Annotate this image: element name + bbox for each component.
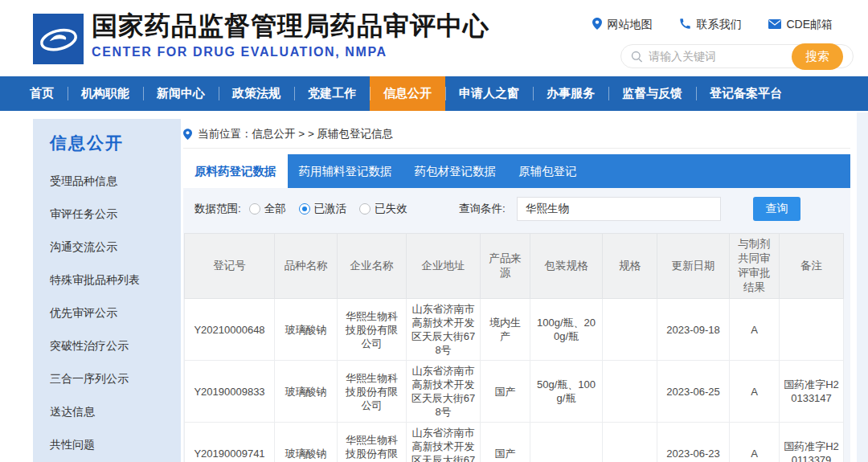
cell-spec bbox=[603, 423, 657, 462]
radio-expired-circle bbox=[359, 203, 371, 215]
sidebar-item-delivery-info[interactable]: 送达信息 bbox=[50, 395, 181, 428]
mailbox-link-label: CDE邮箱 bbox=[786, 18, 833, 32]
table-row: Y20190009833 玻璃酸钠 华熙生物科技股份有限公司 山东省济南市高新技… bbox=[185, 361, 844, 423]
site-header: 国家药品监督管理局药品审评中心 CENTER FOR DRUG EVALUATI… bbox=[0, 0, 868, 76]
nav-item-functions[interactable]: 机构职能 bbox=[68, 76, 143, 111]
col-remark: 备注 bbox=[780, 234, 844, 299]
nav-item-applicant-window[interactable]: 申请人之窗 bbox=[445, 76, 533, 111]
sidebar-item-communication[interactable]: 沟通交流公示 bbox=[50, 231, 181, 264]
cell-company-name: 华熙生物科技股份有限公司 bbox=[338, 299, 407, 361]
breadcrumb-pin-icon bbox=[183, 129, 192, 140]
nav-item-info-disclosure[interactable]: 信息公开 bbox=[370, 76, 445, 111]
header-search-bar: 搜索 bbox=[620, 44, 854, 68]
location-pin-icon bbox=[592, 18, 602, 32]
data-scope-group: 数据范围: 全部 已激活 已失效 bbox=[194, 196, 420, 222]
search-button[interactable]: 搜索 bbox=[792, 43, 843, 70]
cell-product-name: 玻璃酸钠 bbox=[275, 423, 338, 462]
main-nav: 首页 机构职能 新闻中心 政策法规 党建工作 信息公开 申请人之窗 办事服务 监… bbox=[0, 76, 868, 111]
col-product-source: 产品来源 bbox=[481, 234, 530, 299]
sidebar-item-breakthrough-therapy[interactable]: 突破性治疗公示 bbox=[50, 329, 181, 362]
page: 国家药品监督管理局药品审评中心 CENTER FOR DRUG EVALUATI… bbox=[0, 0, 868, 462]
sidebar-title: 信息公开 bbox=[50, 132, 181, 154]
cell-company-name: 华熙生物科技股份有限公司 bbox=[338, 423, 407, 462]
sidebar-item-review-tasks[interactable]: 审评任务公示 bbox=[50, 198, 181, 231]
nav-item-home[interactable]: 首页 bbox=[16, 76, 68, 111]
tab-raw-aux-pack-registration[interactable]: 原辅包登记 bbox=[507, 154, 588, 188]
table-row: Y20190009741 玻璃酸钠 华熙生物科技股份有限公司 山东省济南市高新技… bbox=[185, 423, 844, 462]
sitemap-link-label: 网站地图 bbox=[607, 18, 652, 32]
query-button[interactable]: 查询 bbox=[753, 197, 800, 221]
cell-product-source: 国产 bbox=[481, 423, 530, 462]
radio-all-circle bbox=[249, 203, 260, 215]
swan-logo-icon bbox=[38, 20, 80, 59]
breadcrumb-divider bbox=[183, 148, 850, 149]
query-condition-label: 查询条件: bbox=[459, 196, 506, 222]
cell-company-name: 华熙生物科技股份有限公司 bbox=[338, 361, 407, 423]
sidebar-item-accepted-products[interactable]: 受理品种信息 bbox=[50, 165, 181, 198]
cell-product-source: 境内生产 bbox=[481, 299, 530, 361]
tab-excipient-registration[interactable]: 药用辅料登记数据 bbox=[288, 154, 403, 188]
site-subtitle: CENTER FOR DRUG EVALUATION, NMPA bbox=[92, 45, 489, 59]
radio-activated[interactable]: 已激活 bbox=[299, 202, 347, 216]
site-title-block: 国家药品监督管理局药品审评中心 CENTER FOR DRUG EVALUATI… bbox=[92, 10, 489, 59]
nav-item-services[interactable]: 办事服务 bbox=[533, 76, 608, 111]
cell-package-spec bbox=[530, 423, 603, 462]
contact-link-label: 联系我们 bbox=[696, 18, 741, 32]
nav-item-policies[interactable]: 政策法规 bbox=[219, 76, 294, 111]
cell-company-address: 山东省济南市高新技术开发区天辰大街678号 bbox=[407, 299, 481, 361]
col-joint-review-result: 与制剂共同审评审批结果 bbox=[730, 234, 780, 299]
radio-activated-label: 已激活 bbox=[314, 202, 347, 216]
sidebar-item-three-in-one[interactable]: 三合一序列公示 bbox=[50, 362, 181, 395]
tab-packaging-registration[interactable]: 药包材登记数据 bbox=[403, 154, 508, 188]
cell-package-spec: 50g/瓶、100g/瓶 bbox=[530, 361, 603, 423]
sidebar: 信息公开 受理品种信息 审评任务公示 沟通交流公示 特殊审批品种列表 优先审评公… bbox=[33, 119, 181, 462]
sidebar-item-special-approval-list[interactable]: 特殊审批品种列表 bbox=[50, 264, 181, 296]
nav-item-supervision-feedback[interactable]: 监督与反馈 bbox=[608, 76, 696, 111]
envelope-icon bbox=[768, 18, 781, 31]
right-edge-strip bbox=[857, 112, 868, 462]
header-links: 网站地图 联系我们 CDE邮箱 bbox=[592, 18, 833, 32]
mailbox-link[interactable]: CDE邮箱 bbox=[768, 18, 833, 32]
data-scope-label: 数据范围: bbox=[194, 202, 241, 216]
registration-table: 登记号 品种名称 企业名称 企业地址 产品来源 包装规格 规格 更新日期 与制剂… bbox=[184, 233, 844, 462]
nav-item-registration-platform[interactable]: 登记备案平台 bbox=[696, 76, 796, 111]
col-spec: 规格 bbox=[603, 234, 657, 299]
query-condition-input[interactable] bbox=[517, 197, 721, 221]
cell-remark: 国药准字H20133147 bbox=[780, 361, 844, 423]
cell-package-spec: 100g/瓶、200g/瓶 bbox=[530, 299, 603, 361]
cell-product-name: 玻璃酸钠 bbox=[275, 299, 338, 361]
cell-reg-number: Y20190009833 bbox=[185, 361, 275, 423]
tabs-bar: 原料药登记数据 药用辅料登记数据 药包材登记数据 原辅包登记 bbox=[183, 154, 850, 188]
col-reg-number: 登记号 bbox=[185, 234, 275, 299]
col-package-spec: 包装规格 bbox=[530, 234, 603, 299]
cell-reg-number: Y20210000648 bbox=[185, 299, 275, 361]
cell-update-date: 2023-09-18 bbox=[657, 299, 730, 361]
cell-spec bbox=[603, 299, 657, 361]
table-row: Y20210000648 玻璃酸钠 华熙生物科技股份有限公司 山东省济南市高新技… bbox=[185, 299, 844, 361]
breadcrumb-text: 当前位置：信息公开 > > 原辅包登记信息 bbox=[198, 127, 393, 141]
cell-joint-review-result: A bbox=[730, 299, 780, 361]
filter-row: 数据范围: 全部 已激活 已失效 查询条件: 查询 bbox=[183, 196, 850, 222]
radio-expired[interactable]: 已失效 bbox=[359, 202, 407, 216]
cell-reg-number: Y20190009741 bbox=[185, 423, 275, 462]
sidebar-item-common-issues[interactable]: 共性问题 bbox=[50, 428, 181, 461]
col-company-address: 企业地址 bbox=[407, 234, 481, 299]
cell-company-address: 山东省济南市高新技术开发区天辰大街678号 bbox=[407, 423, 481, 462]
radio-all[interactable]: 全部 bbox=[249, 202, 286, 216]
sidebar-item-priority-review[interactable]: 优先审评公示 bbox=[50, 296, 181, 329]
cell-update-date: 2023-06-23 bbox=[657, 423, 730, 462]
cell-joint-review-result: A bbox=[730, 361, 780, 423]
content-panel: 数据范围: 全部 已激活 已失效 查询条件: 查询 bbox=[183, 188, 850, 462]
contact-link[interactable]: 联系我们 bbox=[679, 18, 741, 32]
col-update-date: 更新日期 bbox=[657, 234, 730, 299]
nav-item-news[interactable]: 新闻中心 bbox=[143, 76, 219, 111]
cde-logo bbox=[33, 14, 84, 64]
cell-remark: 国药准字H20113379 bbox=[780, 423, 844, 462]
col-company-name: 企业名称 bbox=[338, 234, 407, 299]
magnifier-icon bbox=[631, 51, 643, 63]
tab-api-registration[interactable]: 原料药登记数据 bbox=[183, 154, 288, 188]
nav-item-party-building[interactable]: 党建工作 bbox=[294, 76, 370, 111]
sitemap-link[interactable]: 网站地图 bbox=[592, 18, 652, 32]
radio-all-label: 全部 bbox=[264, 202, 286, 216]
cell-product-name: 玻璃酸钠 bbox=[275, 361, 338, 423]
